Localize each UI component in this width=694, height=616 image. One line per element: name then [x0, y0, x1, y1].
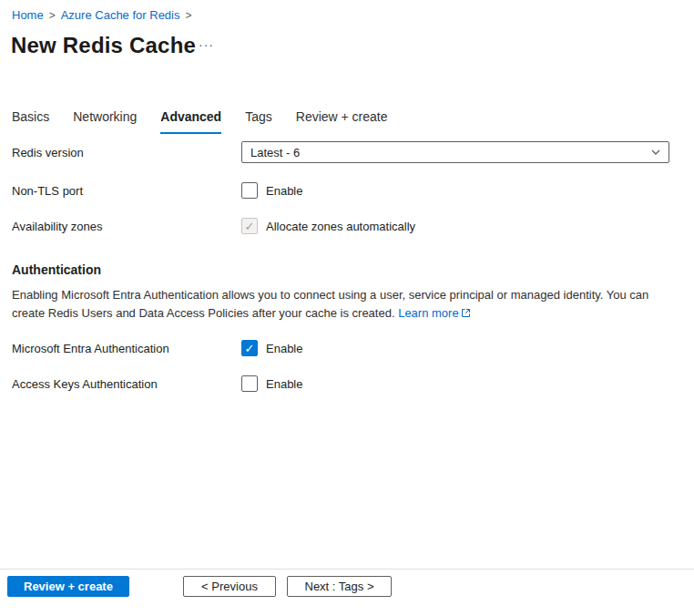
learn-more-link[interactable]: Learn more — [398, 306, 470, 320]
microsoft-entra-authentication-checkbox[interactable] — [241, 340, 258, 356]
non-tls-port-checkbox-label: Enable — [266, 184, 302, 198]
tab-tags[interactable]: Tags — [245, 109, 272, 134]
redis-version-value: Latest - 6 — [250, 146, 300, 159]
availability-zones-row: Availability zones Allocate zones automa… — [12, 218, 682, 234]
non-tls-port-row: Non-TLS port Enable — [12, 182, 682, 199]
chevron-down-icon — [651, 149, 660, 155]
review-create-button[interactable]: Review + create — [7, 576, 129, 597]
tab-basics[interactable]: Basics — [12, 109, 49, 134]
availability-zones-checkbox-label: Allocate zones automatically — [266, 220, 415, 233]
microsoft-entra-authentication-label: Microsoft Entra Authentication — [12, 342, 241, 355]
external-link-icon — [461, 308, 471, 318]
next-tags-button[interactable]: Next : Tags > — [287, 576, 392, 597]
wizard-tabs: Basics Networking Advanced Tags Review +… — [12, 109, 388, 134]
breadcrumb-separator-icon: > — [185, 9, 191, 22]
authentication-section-heading: Authentication — [12, 262, 101, 277]
redis-version-select[interactable]: Latest - 6 — [241, 141, 669, 163]
availability-zones-checkbox — [241, 218, 258, 234]
non-tls-port-label: Non-TLS port — [12, 184, 241, 198]
breadcrumb-separator-icon: > — [49, 9, 56, 22]
non-tls-port-checkbox[interactable] — [241, 182, 258, 199]
authentication-description: Enabling Microsoft Entra Authentication … — [12, 286, 666, 323]
tab-networking[interactable]: Networking — [73, 109, 137, 134]
authentication-description-text: Enabling Microsoft Entra Authentication … — [12, 288, 648, 320]
microsoft-entra-authentication-row: Microsoft Entra Authentication Enable — [12, 340, 682, 356]
redis-version-row: Redis version Latest - 6 — [12, 141, 682, 163]
access-keys-authentication-row: Access Keys Authentication Enable — [12, 375, 682, 392]
previous-button[interactable]: < Previous — [183, 576, 276, 597]
microsoft-entra-authentication-checkbox-label: Enable — [266, 342, 302, 355]
access-keys-authentication-checkbox-label: Enable — [266, 377, 302, 391]
breadcrumb-azure-cache-for-redis-link[interactable]: Azure Cache for Redis — [61, 8, 180, 22]
access-keys-authentication-label: Access Keys Authentication — [12, 377, 241, 391]
tab-advanced[interactable]: Advanced — [160, 109, 221, 134]
footer-divider — [0, 569, 694, 570]
redis-version-label: Redis version — [12, 146, 241, 159]
breadcrumb: Home > Azure Cache for Redis > — [12, 8, 198, 22]
availability-zones-label: Availability zones — [12, 220, 241, 233]
tab-review-create[interactable]: Review + create — [296, 109, 388, 134]
more-options-icon[interactable]: ··· — [199, 37, 214, 52]
new-redis-cache-page: Home > Azure Cache for Redis > New Redis… — [0, 0, 694, 616]
breadcrumb-home-link[interactable]: Home — [12, 8, 44, 22]
access-keys-authentication-checkbox[interactable] — [241, 375, 258, 392]
page-title: New Redis Cache — [11, 33, 196, 58]
